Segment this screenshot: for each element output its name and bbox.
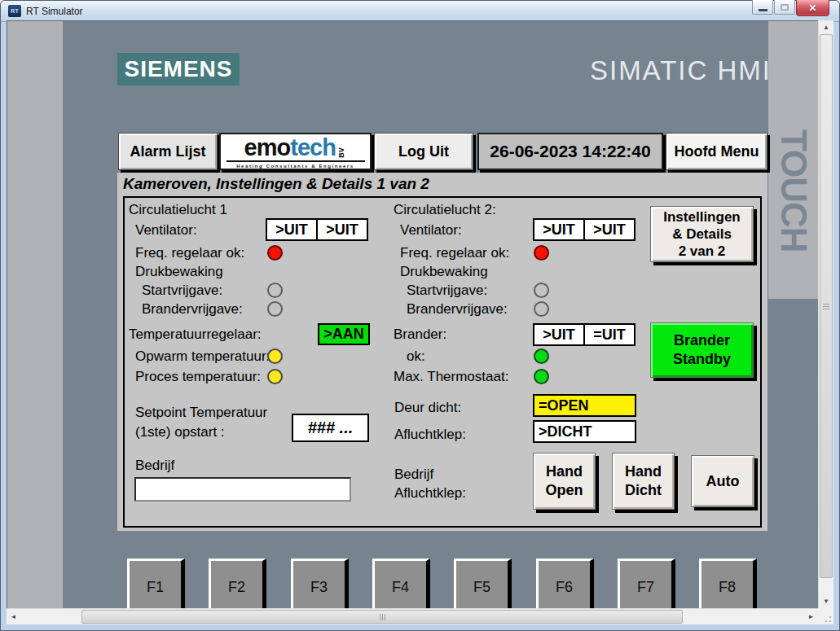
circ1-start-release-led bbox=[267, 283, 283, 298]
settings-page2-line2: & Details bbox=[672, 226, 732, 243]
auto-button[interactable]: Auto bbox=[691, 455, 754, 507]
scroll-left-arrow-icon[interactable]: ◄ bbox=[7, 609, 20, 624]
fkey-f7[interactable]: F7 bbox=[618, 559, 675, 608]
exhaust-mode-label-line2: Afluchtklep: bbox=[394, 484, 466, 502]
circ1-ventilator-state-2: >UIT bbox=[316, 220, 367, 239]
circ2-ventilator-state-1: >UIT bbox=[534, 220, 583, 239]
vertical-scrollbar-thumb[interactable] bbox=[820, 34, 833, 578]
siemens-logo: SIEMENS bbox=[117, 53, 240, 85]
main-menu-button[interactable]: Hoofd Menu bbox=[666, 133, 767, 170]
hand-open-button[interactable]: Hand Open bbox=[533, 453, 596, 510]
page-title: Kameroven, Instellingen & Details 1 van … bbox=[123, 175, 429, 193]
emotech-logo: emotech BV Heating Consultants & Enginee… bbox=[219, 133, 372, 170]
exhaust-valve-state: >DICHT bbox=[533, 420, 636, 443]
circ1-header: Circulatielucht 1 bbox=[129, 201, 227, 218]
circ1-freq-ok-led bbox=[267, 245, 283, 261]
circ2-ventilator-state-2: >UIT bbox=[583, 220, 634, 239]
circ1-start-release-label: Startvrijgave: bbox=[142, 282, 222, 299]
warmup-temp-led bbox=[267, 348, 283, 364]
scroll-right-arrow-icon[interactable]: ► bbox=[804, 609, 818, 624]
auto-label: Auto bbox=[706, 472, 740, 491]
maximize-button[interactable] bbox=[774, 0, 795, 15]
fkey-f5[interactable]: F5 bbox=[454, 559, 512, 608]
exhaust-mode-label-line1: Bedrijf bbox=[394, 466, 433, 483]
burner-state: >UIT =UIT bbox=[533, 323, 635, 346]
company-input[interactable] bbox=[134, 477, 351, 502]
simatic-hmi-label: SIMATIC HMI bbox=[586, 55, 772, 86]
process-temp-led bbox=[267, 369, 283, 384]
circ2-start-release-led bbox=[534, 283, 549, 298]
temp-controller-state: >AAN bbox=[318, 323, 370, 345]
wincc-rt-icon: RT bbox=[8, 5, 21, 17]
window-titlebar[interactable]: RT RT Simulator bbox=[1, 1, 839, 22]
setpoint-label-line2: (1ste) opstart : bbox=[135, 423, 225, 440]
door-state: =OPEN bbox=[533, 394, 636, 417]
emotech-logo-emo: emo bbox=[244, 136, 291, 160]
fkey-f8[interactable]: F8 bbox=[699, 559, 757, 608]
hmi-screen: TOUCH SIEMENS SIMATIC HMI Alarm Lijst em… bbox=[7, 20, 818, 608]
right-bezel: TOUCH bbox=[768, 21, 818, 299]
scroll-down-arrow-icon[interactable]: ▼ bbox=[819, 594, 833, 608]
door-closed-label: Deur dicht: bbox=[394, 399, 461, 416]
close-button[interactable]: ✕ bbox=[796, 0, 829, 16]
horizontal-scrollbar-thumb[interactable] bbox=[81, 610, 683, 624]
burner-standby-line1: Brander bbox=[674, 331, 730, 350]
circ2-freq-ok-led bbox=[534, 245, 549, 261]
minimize-icon bbox=[759, 9, 767, 11]
touch-label: TOUCH bbox=[773, 129, 814, 252]
alarm-list-button[interactable]: Alarm Lijst bbox=[118, 133, 218, 170]
scroll-up-arrow-icon[interactable]: ▲ bbox=[819, 20, 833, 34]
scrollbar-grip-icon bbox=[823, 304, 829, 309]
emotech-logo-bv: BV bbox=[338, 147, 345, 158]
minimize-button[interactable] bbox=[752, 0, 773, 15]
horizontal-scrollbar[interactable]: ◄ ► bbox=[7, 608, 818, 624]
circ1-freq-ok-label: Freq. regelaar ok: bbox=[135, 244, 244, 261]
scrollbar-grip-icon bbox=[380, 614, 385, 620]
exhaust-valve-label: Afluchtklep: bbox=[394, 426, 466, 443]
hand-close-line1: Hand bbox=[625, 462, 662, 481]
circ2-burner-release-led bbox=[534, 301, 549, 317]
emotech-tagline: Heating Consultants & Engineers bbox=[236, 164, 354, 169]
warmup-temp-label: Opwarm temperatuur: bbox=[135, 348, 270, 365]
close-icon: ✕ bbox=[808, 3, 816, 13]
settings-page2-line3: 2 van 2 bbox=[679, 243, 726, 260]
burner-ok-led bbox=[534, 348, 549, 364]
circ1-pressure-header: Drukbewaking bbox=[135, 263, 223, 280]
company-label: Bedrijf bbox=[135, 457, 174, 474]
vertical-scrollbar[interactable]: ▲ ▼ bbox=[818, 20, 833, 608]
app-window: RT RT Simulator ✕ TOUCH SIEMENS SIMATIC … bbox=[0, 0, 840, 631]
max-thermostat-led bbox=[534, 369, 549, 384]
circ1-burner-release-led bbox=[267, 301, 283, 317]
settings-page2-line1: Instellingen bbox=[663, 208, 740, 226]
fkey-f4[interactable]: F4 bbox=[372, 559, 430, 608]
setpoint-value-field[interactable]: ### ... bbox=[292, 414, 369, 442]
wincc-rt-icon-label: RT bbox=[11, 8, 18, 14]
burner-label: Brander: bbox=[394, 326, 446, 343]
temp-controller-label: Temperatuurregelaar: bbox=[129, 326, 262, 343]
fkey-f3[interactable]: F3 bbox=[291, 559, 349, 608]
fkey-f6[interactable]: F6 bbox=[536, 559, 594, 608]
hand-close-line2: Dicht bbox=[625, 481, 662, 500]
circ1-ventilator-state: >UIT >UIT bbox=[266, 218, 368, 241]
hand-open-line2: Open bbox=[545, 481, 583, 500]
log-out-button[interactable]: Log Uit bbox=[374, 133, 473, 170]
hand-close-button[interactable]: Hand Dicht bbox=[612, 453, 675, 510]
circ2-pressure-header: Drukbewaking bbox=[400, 263, 488, 280]
circ2-ventilator-state: >UIT >UIT bbox=[533, 218, 635, 241]
settings-panel: Kameroven, Instellingen & Details 1 van … bbox=[117, 173, 767, 531]
fkey-f2[interactable]: F2 bbox=[209, 559, 266, 608]
circ1-burner-release-label: Brandervrijgave: bbox=[142, 300, 243, 318]
circ2-burner-release-label: Brandervrijgave: bbox=[407, 300, 508, 318]
burner-state-1: >UIT bbox=[534, 325, 583, 344]
datetime-display: 26-06-2023 14:22:40 bbox=[477, 133, 663, 170]
settings-page2-button[interactable]: Instellingen & Details 2 van 2 bbox=[650, 206, 754, 262]
fkey-f1[interactable]: F1 bbox=[127, 559, 185, 608]
hand-open-line1: Hand bbox=[546, 462, 583, 481]
circ2-header: Circulatielucht 2: bbox=[394, 201, 496, 218]
resize-grip[interactable] bbox=[818, 608, 833, 624]
max-thermostat-label: Max. Thermostaat: bbox=[394, 368, 508, 385]
emotech-logo-tech: tech bbox=[290, 136, 336, 160]
circ2-ventilator-label: Ventilator: bbox=[400, 221, 462, 239]
burner-standby-button[interactable]: Brander Standby bbox=[650, 322, 754, 378]
left-bezel bbox=[7, 21, 63, 608]
